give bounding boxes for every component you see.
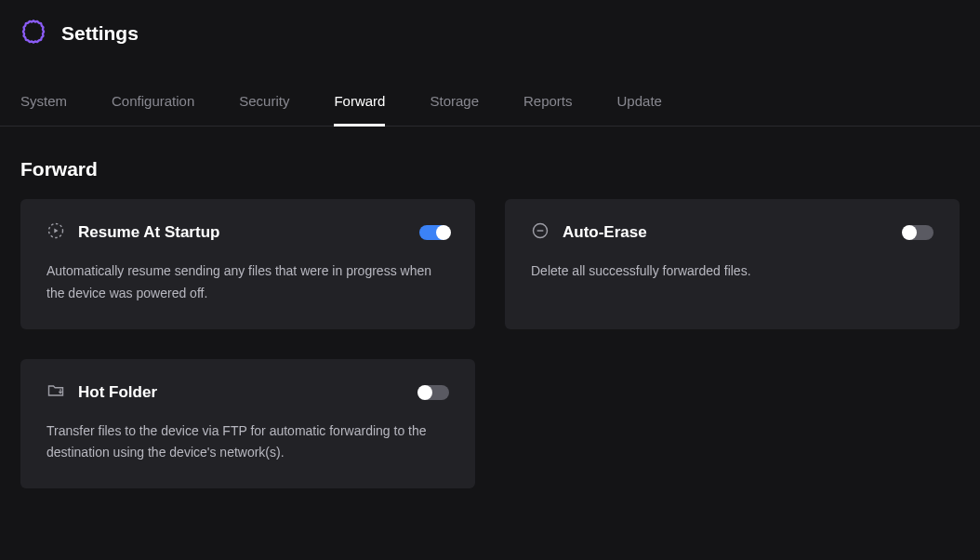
- toggle-knob: [902, 225, 917, 240]
- erase-icon: [531, 221, 550, 244]
- card-title: Resume At Startup: [78, 223, 219, 242]
- section-title: Forward: [0, 127, 980, 199]
- tab-storage[interactable]: Storage: [430, 93, 479, 127]
- cards-grid: Resume At Startup Automatically resume s…: [0, 199, 980, 488]
- card-description: Delete all successfully forwarded files.: [531, 260, 934, 283]
- card-title-wrap: Resume At Startup: [46, 221, 219, 244]
- card-description: Automatically resume sending any files t…: [46, 260, 449, 305]
- card-header: Hot Folder: [46, 381, 449, 404]
- hot-folder-toggle[interactable]: [419, 385, 449, 400]
- card-title: Hot Folder: [78, 383, 157, 402]
- card-header: Auto-Erase: [531, 221, 934, 244]
- card-hot-folder: Hot Folder Transfer files to the device …: [20, 359, 475, 489]
- card-header: Resume At Startup: [46, 221, 449, 244]
- card-resume-at-startup: Resume At Startup Automatically resume s…: [20, 199, 475, 329]
- tab-system[interactable]: System: [20, 93, 67, 127]
- gear-icon: [20, 19, 46, 48]
- card-description: Transfer files to the device via FTP for…: [46, 420, 449, 465]
- tab-forward[interactable]: Forward: [334, 93, 385, 127]
- tabs-nav: System Configuration Security Forward St…: [0, 93, 980, 127]
- card-title: Auto-Erase: [563, 223, 647, 242]
- tab-security[interactable]: Security: [239, 93, 289, 127]
- tab-configuration[interactable]: Configuration: [112, 93, 194, 127]
- auto-erase-toggle[interactable]: [904, 225, 934, 240]
- card-auto-erase: Auto-Erase Delete all successfully forwa…: [505, 199, 960, 329]
- tab-update[interactable]: Update: [617, 93, 662, 127]
- card-title-wrap: Hot Folder: [46, 381, 157, 404]
- tab-reports[interactable]: Reports: [523, 93, 573, 127]
- card-title-wrap: Auto-Erase: [531, 221, 647, 244]
- folder-icon: [46, 381, 65, 404]
- toggle-knob: [436, 225, 451, 240]
- page-title: Settings: [61, 22, 139, 45]
- page-header: Settings: [0, 0, 980, 67]
- resume-icon: [46, 221, 65, 244]
- resume-toggle[interactable]: [419, 225, 449, 240]
- toggle-knob: [417, 385, 432, 400]
